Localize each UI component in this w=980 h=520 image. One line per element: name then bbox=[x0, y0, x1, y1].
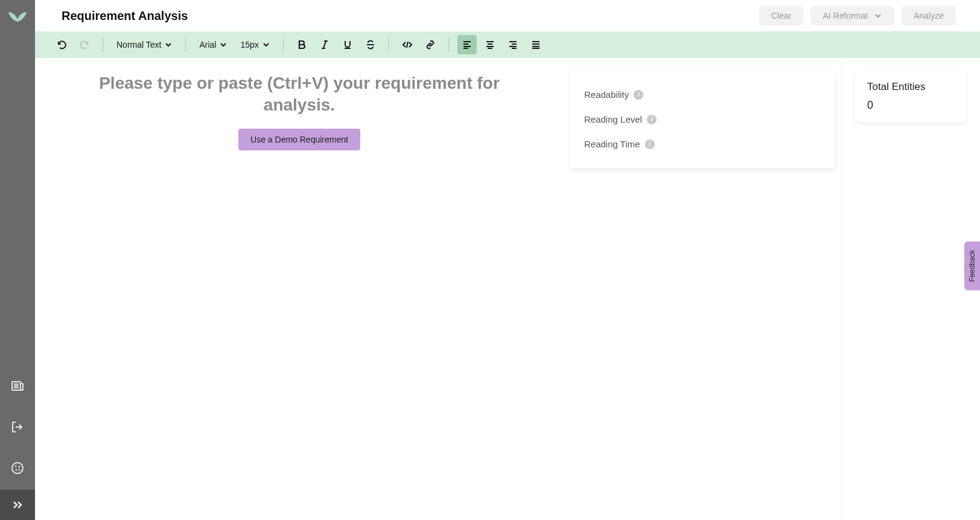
metric-label: Readability bbox=[584, 89, 629, 100]
editor-placeholder: Please type or paste (Ctrl+V) your requi… bbox=[82, 72, 517, 117]
svg-point-8 bbox=[16, 469, 18, 471]
chevron-down-icon bbox=[874, 11, 882, 20]
metric-reading-level: Reading Level i bbox=[584, 107, 821, 132]
metric-label: Reading Time bbox=[584, 139, 640, 149]
redo-button[interactable] bbox=[75, 35, 94, 54]
editor-toolbar: Normal Text Arial 15px bbox=[35, 31, 980, 58]
toolbar-separator bbox=[185, 37, 186, 52]
demo-requirement-button[interactable]: Use a Demo Requirement bbox=[238, 129, 360, 150]
content-area: Please type or paste (Ctrl+V) your requi… bbox=[35, 58, 980, 520]
metric-reading-time: Reading Time i bbox=[584, 132, 821, 156]
font-label: Arial bbox=[199, 40, 216, 50]
chevron-down-icon bbox=[165, 41, 172, 48]
svg-line-12 bbox=[323, 41, 326, 48]
news-icon[interactable] bbox=[0, 376, 35, 396]
code-button[interactable] bbox=[398, 35, 417, 54]
align-right-button[interactable] bbox=[503, 35, 523, 54]
toolbar-separator bbox=[283, 37, 284, 52]
metric-label: Reading Level bbox=[584, 114, 642, 124]
svg-line-15 bbox=[407, 42, 408, 48]
text-style-label: Normal Text bbox=[116, 40, 161, 50]
align-center-button[interactable] bbox=[480, 35, 500, 54]
metric-readability: Readability i bbox=[584, 82, 821, 107]
font-size-label: 15px bbox=[240, 40, 258, 50]
undo-button[interactable] bbox=[52, 35, 71, 54]
align-left-button[interactable] bbox=[457, 35, 477, 54]
chevron-down-icon bbox=[262, 41, 270, 48]
link-button[interactable] bbox=[421, 35, 440, 54]
info-icon[interactable]: i bbox=[634, 90, 643, 100]
logo-icon bbox=[7, 10, 28, 27]
font-size-select[interactable]: 15px bbox=[235, 37, 274, 52]
svg-point-9 bbox=[19, 469, 21, 471]
entities-count: 0 bbox=[867, 99, 955, 112]
page-title: Requirement Analysis bbox=[62, 9, 188, 23]
cookie-icon[interactable] bbox=[0, 458, 35, 478]
svg-point-7 bbox=[19, 466, 21, 468]
ai-reformat-label: AI Reformat bbox=[822, 11, 868, 21]
clear-button[interactable]: Clear bbox=[759, 6, 803, 25]
editor-area[interactable]: Please type or paste (Ctrl+V) your requi… bbox=[35, 58, 564, 520]
entities-card: Total Entities 0 bbox=[855, 70, 967, 123]
main-area: Requirement Analysis Clear AI Reformat A… bbox=[35, 0, 980, 520]
ai-reformat-button[interactable]: AI Reformat bbox=[810, 6, 894, 25]
chevron-down-icon bbox=[220, 41, 227, 48]
sidebar-expand-button[interactable] bbox=[0, 490, 35, 520]
bold-button[interactable] bbox=[292, 35, 311, 54]
align-justify-button[interactable] bbox=[526, 35, 546, 54]
italic-button[interactable] bbox=[315, 35, 334, 54]
toolbar-separator bbox=[389, 37, 389, 52]
feedback-tab[interactable]: Feedback bbox=[964, 242, 980, 290]
right-panel: Total Entities 0 bbox=[841, 58, 980, 520]
info-icon[interactable]: i bbox=[645, 140, 655, 149]
svg-point-5 bbox=[12, 463, 23, 473]
font-select[interactable]: Arial bbox=[194, 37, 232, 52]
header: Requirement Analysis Clear AI Reformat A… bbox=[35, 0, 980, 31]
sidebar-bottom-icons bbox=[0, 376, 35, 478]
toolbar-separator bbox=[448, 37, 449, 52]
strikethrough-button[interactable] bbox=[361, 35, 380, 54]
header-actions: Clear AI Reformat Analyze bbox=[759, 6, 956, 25]
analyze-button[interactable]: Analyze bbox=[902, 6, 956, 25]
info-icon[interactable]: i bbox=[647, 115, 657, 124]
text-style-select[interactable]: Normal Text bbox=[112, 37, 177, 52]
logout-icon[interactable] bbox=[0, 417, 35, 437]
underline-button[interactable] bbox=[338, 35, 357, 54]
entities-title: Total Entities bbox=[867, 81, 955, 93]
metrics-card: Readability i Reading Level i Reading Ti… bbox=[570, 70, 835, 169]
sidebar bbox=[0, 0, 35, 520]
toolbar-separator bbox=[103, 37, 103, 52]
svg-point-6 bbox=[15, 466, 17, 467]
app-root: Requirement Analysis Clear AI Reformat A… bbox=[0, 0, 980, 520]
